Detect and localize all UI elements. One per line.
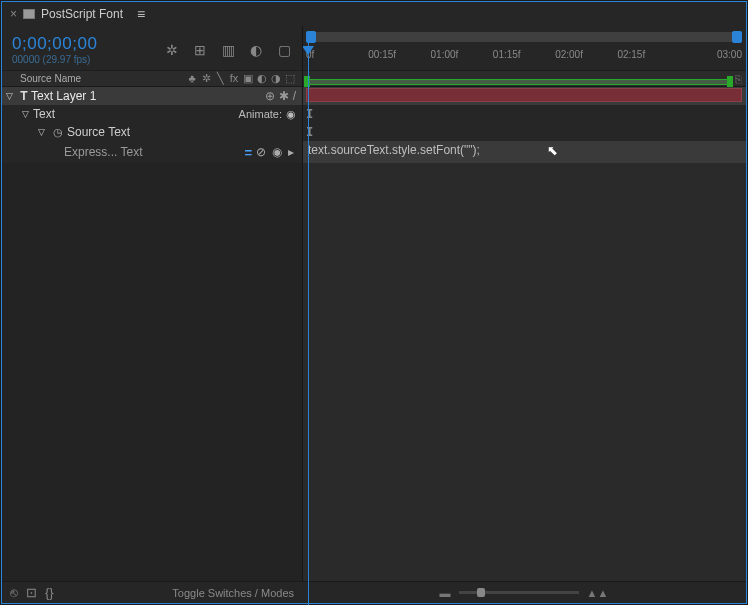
property-label: Text xyxy=(33,107,239,121)
hide-shy-icon[interactable]: ◐ xyxy=(248,42,264,58)
frame-rate-label: 00000 (29.97 fps) xyxy=(12,54,97,65)
ruler-tick: 0f xyxy=(306,49,368,60)
collapse-column-icon: ✲ xyxy=(200,72,212,85)
timeline-footer: ⎋ ⊡ {} Toggle Switches / Modes ▬ ▲▲ xyxy=(2,581,746,603)
close-tab-icon[interactable]: × xyxy=(10,7,17,21)
layer-name[interactable]: Text Layer 1 xyxy=(31,89,265,103)
playhead-line xyxy=(308,32,309,605)
quality-column-icon: ╲ xyxy=(214,72,226,85)
expression-editor[interactable]: text.sourceText.style.setFont(""); ⬉ xyxy=(302,141,746,163)
motion-blur-column-icon: ◐ xyxy=(256,72,268,85)
playhead-indicator[interactable] xyxy=(302,46,314,55)
animate-label: Animate: xyxy=(239,108,282,120)
timeline-header: 0;00;00;00 00000 (29.97 fps) ✲ ⊞ ▥ ◐ ▢ 0… xyxy=(2,26,746,71)
tab-bar: × PostScript Font ≡ xyxy=(2,2,746,26)
fx-column-icon: fx xyxy=(228,72,240,85)
expression-pickwhip-icon[interactable]: ◉ xyxy=(272,145,282,159)
motion-blur-switch[interactable]: / xyxy=(293,89,296,103)
ruler-tick: 01:15f xyxy=(493,49,555,60)
composition-mini-flowchart-icon[interactable]: ⊞ xyxy=(192,42,208,58)
twirl-down-icon[interactable]: ▽ xyxy=(18,109,33,119)
timecode-area: 0;00;00;00 00000 (29.97 fps) ✲ ⊞ ▥ ◐ ▢ xyxy=(2,26,302,70)
panel-menu-icon[interactable]: ≡ xyxy=(131,6,151,22)
navigator-end-handle[interactable] xyxy=(732,31,742,43)
expression-code: text.sourceText.style.setFont(""); xyxy=(308,143,480,157)
ruler-tick: 02:00f xyxy=(555,49,617,60)
text-layer-icon: T xyxy=(17,89,31,103)
layer-switches[interactable]: ⊕ ✱ / xyxy=(265,89,302,103)
play-icon: ◉ xyxy=(286,108,296,121)
columns-header: Source Name ♣ ✲ ╲ fx ▣ ◐ ◑ ⬚ ⎘ xyxy=(2,71,746,87)
expression-row[interactable]: Express... Text = ⊘ ◉ ▸ text.sourceText.… xyxy=(2,141,746,163)
frame-blend-column-icon: ▣ xyxy=(242,72,254,85)
search-icon[interactable]: ✲ xyxy=(164,42,180,58)
twirl-down-icon[interactable]: ▽ xyxy=(2,91,17,101)
render-queue-icon[interactable]: ⊡ xyxy=(26,585,37,600)
3d-column-icon: ⬚ xyxy=(284,72,296,85)
property-row-text[interactable]: ▽ Text Animate: ◉ I xyxy=(2,105,746,123)
quality-switch[interactable]: ✱ xyxy=(279,89,289,103)
timeline-toolbar: ✲ ⊞ ▥ ◐ ▢ xyxy=(164,42,292,58)
timeline-panel: × PostScript Font ≡ 0;00;00;00 00000 (29… xyxy=(1,1,747,604)
zoom-out-icon[interactable]: ▬ xyxy=(440,587,451,599)
composition-marker-icon[interactable]: ⎘ xyxy=(735,73,742,85)
tab-title: PostScript Font xyxy=(41,7,123,21)
current-timecode[interactable]: 0;00;00;00 xyxy=(12,35,97,54)
toggle-switches-icon[interactable]: ⎋ xyxy=(10,585,18,600)
zoom-slider-thumb[interactable] xyxy=(477,588,485,597)
expression-enable-icon[interactable]: = xyxy=(240,145,256,160)
draft3d-icon[interactable]: ▥ xyxy=(220,42,236,58)
frame-blend-icon[interactable]: ▢ xyxy=(276,42,292,58)
layer-row[interactable]: ▽ T Text Layer 1 ⊕ ✱ / xyxy=(2,87,746,105)
time-ruler-area: 0f 00:15f 01:00f 01:15f 02:00f 02:15f 03… xyxy=(302,26,746,70)
mouse-cursor-icon: ⬉ xyxy=(547,143,558,158)
timeline-zoom-control[interactable]: ▬ ▲▲ xyxy=(440,587,609,599)
composition-icon xyxy=(23,9,35,19)
expression-label: Express... Text xyxy=(64,145,240,159)
ruler-tick: 02:15f xyxy=(617,49,679,60)
expression-tools: ⊘ ◉ ▸ xyxy=(256,145,302,159)
panel-divider[interactable] xyxy=(302,26,303,581)
brackets-icon[interactable]: {} xyxy=(45,585,54,600)
property-label: Source Text xyxy=(67,125,302,139)
work-area-bar[interactable]: ⎘ xyxy=(306,71,742,87)
zoom-slider-track[interactable] xyxy=(459,591,579,594)
switches-header: ♣ ✲ ╲ fx ▣ ◐ ◑ ⬚ xyxy=(186,72,302,85)
layer-duration-bar[interactable] xyxy=(306,88,742,102)
composition-tab[interactable]: × PostScript Font xyxy=(2,2,131,26)
time-ruler[interactable]: 0f 00:15f 01:00f 01:15f 02:00f 02:15f 03… xyxy=(306,44,742,64)
ruler-tick: 01:00f xyxy=(431,49,493,60)
property-row-source-text[interactable]: ▽ ◷ Source Text I xyxy=(2,123,746,141)
twirl-down-icon[interactable]: ▽ xyxy=(34,127,49,137)
stopwatch-icon[interactable]: ◷ xyxy=(49,126,67,139)
adjustment-column-icon: ◑ xyxy=(270,72,282,85)
expression-graph-icon[interactable]: ⊘ xyxy=(256,145,266,159)
ruler-tick: 03:00 xyxy=(680,49,742,60)
shy-column-icon: ♣ xyxy=(186,72,198,85)
layer-rows: ▽ T Text Layer 1 ⊕ ✱ / ▽ Text Animate: xyxy=(2,87,746,163)
source-name-header[interactable]: Source Name xyxy=(2,73,186,84)
animate-menu-button[interactable]: Animate: ◉ xyxy=(239,108,302,121)
time-navigator[interactable] xyxy=(306,32,742,42)
shy-switch[interactable]: ⊕ xyxy=(265,89,275,103)
expression-language-menu-icon[interactable]: ▸ xyxy=(288,145,294,159)
empty-area xyxy=(2,163,746,583)
ruler-tick: 00:15f xyxy=(368,49,430,60)
zoom-in-icon[interactable]: ▲▲ xyxy=(587,587,609,599)
toggle-switches-modes-button[interactable]: Toggle Switches / Modes xyxy=(172,587,294,599)
